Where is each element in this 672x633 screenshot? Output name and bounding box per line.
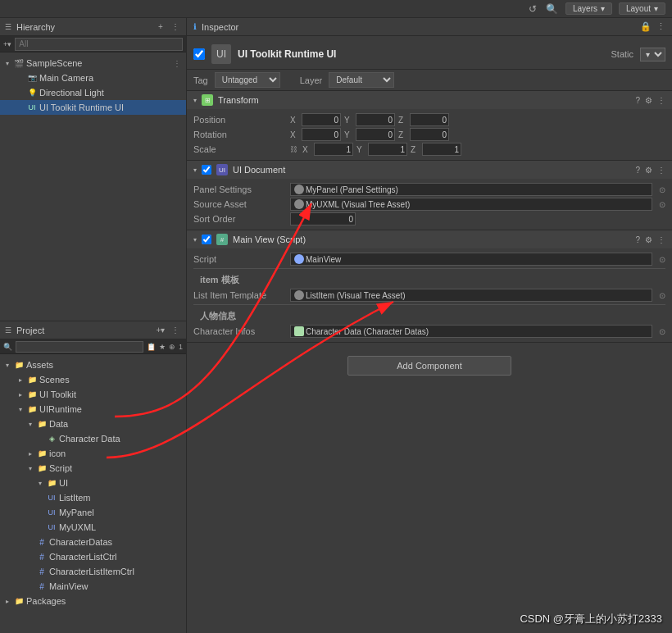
scene-label: SampleScene xyxy=(26,58,83,68)
search-top-icon[interactable]: 🔍 xyxy=(546,2,559,16)
data-folder[interactable]: ▾ 📁 Data xyxy=(0,417,186,431)
scale-y-input[interactable] xyxy=(368,143,407,156)
charinfos-link-icon[interactable]: ⊙ xyxy=(659,327,665,336)
layers-button[interactable]: Layers ▾ xyxy=(565,2,612,15)
object-header: UI UI Toolkit Runtime UI Static ▾ xyxy=(187,39,672,70)
main-view-header[interactable]: ▾ # Main View (Script) ? ⚙ ⋮ xyxy=(187,230,672,248)
source-asset-label: Source Asset xyxy=(193,199,284,209)
hierarchy-item-main-camera[interactable]: 📷 Main Camera xyxy=(0,71,186,85)
lock-icon[interactable]: 🔒 xyxy=(640,21,652,32)
main-view-body: Script MainView ⊙ item 模板 List Item Temp… xyxy=(187,248,672,342)
mainview-script[interactable]: # MainView xyxy=(0,579,186,594)
uidoc-checkbox[interactable] xyxy=(202,165,211,175)
main-view-section: ▾ # Main View (Script) ? ⚙ ⋮ Script xyxy=(187,230,672,343)
static-label: Static xyxy=(611,49,633,59)
ui-document-header[interactable]: ▾ UI UI Document ? ⚙ ⋮ xyxy=(187,161,672,179)
panel-settings-link-icon[interactable]: ⊙ xyxy=(659,185,665,194)
myuxml-asset[interactable]: UI MyUXML xyxy=(0,520,186,535)
pos-x-input[interactable] xyxy=(302,113,341,126)
mypanel-asset[interactable]: UI MyPanel xyxy=(0,505,186,520)
characterlistctrl-script[interactable]: # CharacterListCtrl xyxy=(0,549,186,564)
uidoc-menu-icon[interactable]: ⋮ xyxy=(657,166,665,175)
characterlistctrl-icon: # xyxy=(36,551,48,562)
uidoc-title: UI Document xyxy=(233,165,630,175)
script-row: Script MainView ⊙ xyxy=(193,252,665,266)
object-active-checkbox[interactable] xyxy=(193,48,205,60)
ui-subfolder[interactable]: ▾ 📁 UI xyxy=(0,476,186,490)
mainview-settings-icon[interactable]: ⚙ xyxy=(645,235,652,244)
uidoc-help-icon[interactable]: ? xyxy=(635,166,640,175)
scale-z-input[interactable] xyxy=(422,143,461,156)
transform-settings-icon[interactable]: ⚙ xyxy=(645,96,652,105)
hierarchy-scene-item[interactable]: ▾ 🎬 SampleScene ⋮ xyxy=(0,56,186,71)
layout-button[interactable]: Layout ▾ xyxy=(619,2,665,15)
characterlistitemctrl-icon: # xyxy=(36,566,48,577)
mainview-menu-icon[interactable]: ⋮ xyxy=(657,235,665,244)
inspector-menu-icon[interactable]: ⋮ xyxy=(656,21,665,32)
scene-options[interactable]: ⋮ xyxy=(173,59,181,68)
project-header: ☰ Project +▾ ⋮ xyxy=(0,321,186,339)
uiruntime-folder[interactable]: ▾ 📁 UIRuntime xyxy=(0,402,186,417)
icon-folder[interactable]: ▸ 📁 icon xyxy=(0,446,186,461)
script-field: MainView xyxy=(290,253,652,266)
assets-folder[interactable]: ▾ 📁 Assets xyxy=(0,357,186,372)
inspector-body: UI UI Toolkit Runtime UI Static ▾ Tag Un… xyxy=(187,36,672,633)
rot-z-label: Z xyxy=(398,130,406,139)
project-search-input[interactable] xyxy=(16,341,143,353)
pos-y-input[interactable] xyxy=(356,113,395,126)
uitoolkit-folder[interactable]: ▸ 📁 UI Toolkit xyxy=(0,387,186,402)
list-item-link-icon[interactable]: ⊙ xyxy=(659,291,665,300)
project-add-icon[interactable]: +▾ xyxy=(155,325,166,336)
character-data-asset[interactable]: ◈ Character Data xyxy=(0,431,186,446)
ui-document-section: ▾ UI UI Document ? ⚙ ⋮ Panel Settings xyxy=(187,161,672,230)
hierarchy-icons: + ⋮ xyxy=(155,21,181,33)
hierarchy-add-icon[interactable]: + xyxy=(155,21,166,33)
static-dropdown[interactable]: ▾ xyxy=(640,48,665,61)
project-options-icon[interactable]: ⋮ xyxy=(170,325,181,336)
packages-expand: ▸ xyxy=(3,597,11,605)
rot-x-input[interactable] xyxy=(302,128,341,141)
transform-header-icons: ? ⚙ ⋮ xyxy=(635,96,665,105)
scale-x-input[interactable] xyxy=(314,143,353,156)
main-layout: ☰ Hierarchy + ⋮ +▾ ▾ 🎬 SampleScene ⋮ xyxy=(0,18,672,633)
mainview-checkbox[interactable] xyxy=(202,235,211,244)
top-bar: ↺ 🔍 Layers ▾ Layout ▾ xyxy=(0,0,672,18)
list-item-field-icon xyxy=(294,290,304,300)
sort-order-input[interactable] xyxy=(290,212,356,225)
uidoc-settings-icon[interactable]: ⚙ xyxy=(645,166,652,175)
project-title: Project xyxy=(16,326,150,335)
layer-dropdown[interactable]: Default xyxy=(329,72,394,88)
source-asset-value: MyUXML (Visual Tree Asset) xyxy=(306,200,410,209)
pos-z-input[interactable] xyxy=(410,113,449,126)
hierarchy-item-directional-light[interactable]: 💡 Directional Light xyxy=(0,85,186,100)
history-icon[interactable]: ↺ xyxy=(526,2,539,16)
characterlistitemctrl-script[interactable]: # CharacterListItemCtrl xyxy=(0,564,186,579)
script-folder[interactable]: ▾ 📁 Script xyxy=(0,461,186,476)
rot-x-label: X xyxy=(290,130,298,139)
listitem-asset[interactable]: UI ListItem xyxy=(0,490,186,505)
transform-header[interactable]: ▾ ⊞ Transform ? ⚙ ⋮ xyxy=(187,91,672,109)
add-component-button[interactable]: Add Component xyxy=(347,356,511,376)
mainview-help-icon[interactable]: ? xyxy=(635,235,640,244)
hierarchy-search-input[interactable] xyxy=(15,38,183,51)
rot-z-input[interactable] xyxy=(410,128,449,141)
packages-folder[interactable]: ▸ 📁 Packages xyxy=(0,594,186,608)
rot-y-input[interactable] xyxy=(356,128,395,141)
transform-help-icon[interactable]: ? xyxy=(635,96,640,105)
data-folder-icon: 📁 xyxy=(36,418,48,430)
script-link-icon[interactable]: ⊙ xyxy=(659,255,665,264)
transform-menu-icon[interactable]: ⋮ xyxy=(657,96,665,105)
inspector-info-icon: ℹ xyxy=(193,22,197,31)
characterdatas-script[interactable]: # CharacterDatas xyxy=(0,535,186,549)
hierarchy-item-uitoolkit[interactable]: UI UI Toolkit Runtime UI xyxy=(0,100,186,115)
mainview-header-icons: ? ⚙ ⋮ xyxy=(635,235,665,244)
source-asset-link-icon[interactable]: ⊙ xyxy=(659,200,665,209)
tag-dropdown[interactable]: Untagged xyxy=(215,72,280,88)
sort-order-row: Sort Order xyxy=(193,212,665,226)
ui-sub-expand: ▾ xyxy=(36,479,44,487)
chardata-icon: ◈ xyxy=(46,433,57,444)
scenes-folder[interactable]: ▸ 📁 Scenes xyxy=(0,372,186,387)
hierarchy-options-icon[interactable]: ⋮ xyxy=(170,21,181,33)
rotation-row: Rotation X Y Z xyxy=(193,127,665,142)
position-row: Position X Y Z xyxy=(193,112,665,127)
